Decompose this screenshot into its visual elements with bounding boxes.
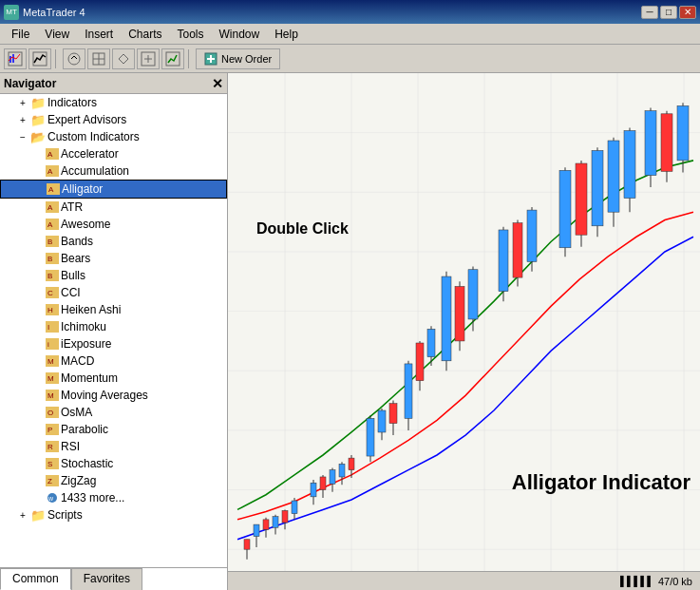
menu-view[interactable]: View — [37, 26, 77, 43]
tab-favorites[interactable]: Favorites — [71, 568, 142, 590]
toolbar-btn-5[interactable] — [112, 48, 135, 69]
accelerator-label: Accelerator — [61, 147, 119, 161]
close-button[interactable]: ✕ — [679, 6, 696, 19]
tree-toggle-indicators[interactable]: + — [15, 95, 30, 110]
cci-icon: C — [46, 287, 59, 298]
tree-item-stochastic[interactable]: S Stochastic — [0, 455, 227, 472]
tree-item-more[interactable]: w 1433 more... — [0, 489, 227, 506]
toolbar-new-chart[interactable] — [4, 48, 27, 69]
menu-help[interactable]: Help — [267, 26, 306, 43]
navigator-close-button[interactable]: ✕ — [212, 76, 223, 91]
svg-rect-102 — [405, 364, 412, 418]
tree-item-macd[interactable]: M MACD — [0, 352, 227, 370]
svg-text:O: O — [47, 409, 53, 417]
tree-item-heiken[interactable]: H Heiken Ashi — [0, 301, 227, 318]
svg-text:H: H — [47, 306, 53, 314]
tree-item-rsi[interactable]: R RSI — [0, 438, 227, 455]
ea-folder-icon: 📁 — [30, 113, 46, 127]
new-order-label: New Order — [221, 53, 272, 65]
tree-item-ichimoku[interactable]: I Ichimoku — [0, 318, 227, 335]
spacer-acc — [30, 146, 46, 162]
tree-item-bands[interactable]: B Bands — [0, 233, 227, 250]
svg-rect-92 — [339, 464, 345, 477]
svg-text:w: w — [47, 495, 54, 502]
tree-item-scripts[interactable]: + 📁 Scripts — [0, 506, 227, 523]
menu-charts[interactable]: Charts — [121, 26, 169, 43]
title-bar-left: MT MetaTrader 4 — [4, 5, 85, 20]
tree-item-zigzag[interactable]: Z ZigZag — [0, 472, 227, 489]
alligator-indicator-annotation: Alligator Indicator — [512, 470, 691, 495]
svg-rect-118 — [527, 210, 537, 261]
tree-item-momentum[interactable]: M Momentum — [0, 370, 227, 387]
svg-text:B: B — [47, 238, 52, 246]
svg-rect-108 — [442, 276, 451, 361]
tree-item-accumulation[interactable]: A Accumulation — [0, 162, 227, 180]
svg-text:Z: Z — [47, 477, 52, 485]
svg-rect-116 — [513, 223, 522, 277]
tab-common[interactable]: Common — [0, 568, 71, 590]
svg-rect-134 — [677, 105, 689, 160]
cci-label: CCI — [61, 286, 81, 299]
heiken-icon: H — [46, 304, 59, 315]
tree-item-osma[interactable]: O OsMA — [0, 404, 227, 421]
svg-text:P: P — [47, 426, 52, 434]
title-bar: MT MetaTrader 4 ─ □ ✕ — [0, 0, 700, 24]
tree-item-accelerator[interactable]: A Accelerator — [0, 145, 227, 162]
menu-file[interactable]: File — [4, 26, 37, 43]
svg-text:A: A — [47, 167, 53, 176]
bulls-icon: B — [46, 270, 59, 281]
svg-text:A: A — [47, 203, 53, 212]
svg-text:A: A — [47, 150, 53, 159]
svg-text:B: B — [47, 272, 52, 280]
svg-rect-132 — [661, 114, 672, 172]
svg-rect-74 — [244, 540, 250, 549]
menu-window[interactable]: Window — [212, 26, 268, 43]
title-bar-controls[interactable]: ─ □ ✕ — [641, 6, 696, 19]
tree-item-iexposure[interactable]: i iExposure — [0, 335, 227, 352]
tree-toggle-ea[interactable]: + — [15, 112, 30, 127]
status-text: 47/0 kb — [658, 576, 692, 587]
bands-label: Bands — [61, 235, 93, 248]
toolbar-btn-3[interactable] — [63, 48, 85, 69]
custom-ind-folder-icon: 📂 — [30, 130, 46, 144]
svg-rect-96 — [367, 418, 374, 456]
tree-item-atr[interactable]: A ATR — [0, 199, 227, 216]
nav-tree[interactable]: + 📁 Indicators + 📁 Expert Advisors − 📂 C… — [0, 94, 227, 567]
menu-insert[interactable]: Insert — [77, 26, 121, 43]
toolbar-btn-6[interactable] — [137, 48, 160, 69]
parabolic-icon: P — [46, 424, 59, 435]
tree-item-custom-indicators[interactable]: − 📂 Custom Indicators — [0, 128, 227, 145]
svg-rect-124 — [592, 150, 603, 225]
new-order-button[interactable]: New Order — [196, 48, 280, 69]
tree-item-alligator[interactable]: A Alligator — [0, 180, 227, 199]
svg-text:S: S — [47, 460, 52, 468]
tree-item-awesome[interactable]: A Awesome — [0, 216, 227, 233]
accumulation-label: Accumulation — [61, 164, 129, 178]
menu-tools[interactable]: Tools — [170, 26, 212, 43]
svg-rect-94 — [349, 458, 354, 470]
chart-area[interactable]: Double Click Alligator Indicator ▐▐▐▐▐ 4… — [228, 73, 700, 590]
svg-rect-98 — [378, 410, 386, 432]
macd-icon: M — [46, 355, 59, 367]
maximize-button[interactable]: □ — [660, 6, 677, 19]
tree-item-ma[interactable]: M Moving Averages — [0, 387, 227, 404]
toolbar-btn-4[interactable] — [87, 48, 110, 69]
toolbar-btn-2[interactable] — [28, 48, 51, 69]
svg-rect-90 — [330, 470, 335, 485]
toolbar: New Order — [0, 45, 700, 73]
minimize-button[interactable]: ─ — [641, 6, 658, 19]
tree-item-expert-advisors[interactable]: + 📁 Expert Advisors — [0, 111, 227, 128]
tree-toggle-custom[interactable]: − — [15, 129, 30, 144]
tree-toggle-scripts[interactable]: + — [15, 507, 30, 523]
main-area: Navigator ✕ + 📁 Indicators + 📁 Expert Ad… — [0, 73, 700, 590]
accumulation-icon: A — [46, 165, 59, 177]
tree-item-indicators[interactable]: + 📁 Indicators — [0, 94, 227, 111]
tree-item-parabolic[interactable]: P Parabolic — [0, 421, 227, 438]
tree-item-bears[interactable]: B Bears — [0, 250, 227, 267]
tree-item-bulls[interactable]: B Bulls — [0, 267, 227, 284]
svg-point-4 — [68, 53, 80, 65]
svg-rect-80 — [273, 517, 278, 527]
tree-item-cci[interactable]: C CCI — [0, 284, 227, 301]
toolbar-btn-7[interactable] — [161, 48, 184, 69]
ichimoku-label: Ichimoku — [61, 320, 106, 333]
